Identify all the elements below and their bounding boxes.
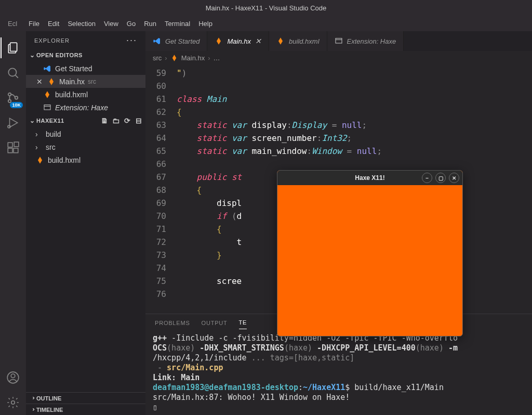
panel-tab-output[interactable]: OUTPUT bbox=[202, 317, 228, 329]
breadcrumb-item[interactable]: … bbox=[214, 54, 220, 62]
menu-edit[interactable]: Edit bbox=[44, 18, 63, 30]
menu-terminal[interactable]: Terminal bbox=[161, 18, 194, 30]
new-folder-icon[interactable]: 🗀 bbox=[111, 116, 121, 125]
tab-label: Extension: Haxe bbox=[347, 37, 396, 45]
tab-extension-haxe[interactable]: Extension: Haxe bbox=[327, 31, 404, 51]
terminal-content[interactable]: g++ -Iinclude -c -fvisibility=hidden -O2… bbox=[145, 331, 532, 415]
svg-point-5 bbox=[15, 96, 18, 99]
vscode-icon bbox=[43, 64, 52, 73]
run-debug-icon[interactable] bbox=[1, 110, 25, 135]
open-editor-extension-haxe[interactable]: Extension: Haxe bbox=[26, 101, 145, 114]
tree-label: build bbox=[46, 130, 61, 138]
svg-rect-17 bbox=[336, 38, 342, 43]
open-editor-get-started[interactable]: Get Started bbox=[26, 62, 145, 75]
new-file-icon[interactable]: 🗎 bbox=[100, 116, 109, 125]
svg-rect-0 bbox=[10, 43, 17, 51]
extensions-icon[interactable] bbox=[1, 135, 25, 160]
explorer-title: EXPLORER bbox=[34, 37, 70, 44]
activity-bar: 10K bbox=[0, 31, 26, 415]
open-editor-build-hxml[interactable]: build.hxml bbox=[26, 88, 145, 101]
popup-title-label: Haxe X11! bbox=[355, 174, 384, 181]
project-header[interactable]: ⌄ HAXEX11 🗎 🗀 ⟳ ⊟ bbox=[26, 115, 145, 126]
svg-rect-8 bbox=[8, 142, 12, 147]
outline-section[interactable]: ⌄ OUTLINE bbox=[26, 392, 145, 404]
svg-rect-11 bbox=[14, 142, 19, 147]
line-numbers: 596061626364656667686970717273747576 bbox=[145, 64, 177, 314]
menu-file[interactable]: File bbox=[25, 18, 43, 30]
file-build-hxml[interactable]: build.hxml bbox=[26, 153, 145, 166]
tree-path: src bbox=[88, 78, 96, 85]
menu-run[interactable]: Run bbox=[140, 18, 160, 30]
breadcrumbs[interactable]: src › Main.hx › … bbox=[145, 51, 532, 64]
chevron-right-icon: › bbox=[35, 143, 43, 151]
more-actions-icon[interactable]: ··· bbox=[126, 35, 137, 46]
accounts-icon[interactable] bbox=[1, 365, 25, 390]
svg-rect-15 bbox=[44, 105, 50, 109]
svg-line-2 bbox=[15, 75, 18, 77]
outline-label: OUTLINE bbox=[36, 395, 61, 401]
hxml-file-icon bbox=[43, 90, 52, 99]
close-tab-icon[interactable]: ✕ bbox=[255, 37, 261, 45]
breadcrumb-item[interactable]: src bbox=[153, 54, 162, 62]
menu-help[interactable]: Help bbox=[195, 18, 216, 30]
menu-selection[interactable]: Selection bbox=[64, 18, 99, 30]
timeline-label: TIMELINE bbox=[36, 407, 63, 413]
tab-get-started[interactable]: Get Started bbox=[145, 31, 207, 51]
panel-tab-problems[interactable]: PROBLEMS bbox=[155, 317, 190, 329]
scm-badge: 10K bbox=[10, 102, 23, 108]
haxe-file-icon bbox=[47, 77, 56, 86]
chevron-right-icon: › bbox=[35, 130, 43, 138]
editor-tabs: Get Started Main.hx ✕ build.hxml Extensi… bbox=[145, 31, 532, 51]
preview-icon bbox=[335, 37, 343, 45]
menu-go[interactable]: Go bbox=[123, 18, 139, 30]
refresh-icon[interactable]: ⟳ bbox=[123, 116, 132, 125]
window-titlebar: Main.hx - HaxeX11 - Visual Studio Code bbox=[0, 0, 532, 16]
svg-point-14 bbox=[11, 401, 15, 405]
preview-icon bbox=[43, 103, 52, 112]
tree-label: Main.hx bbox=[59, 77, 85, 86]
hxml-file-icon bbox=[276, 37, 285, 45]
source-control-icon[interactable]: 10K bbox=[1, 85, 25, 110]
explorer-sidebar: EXPLORER ··· ⌄ OPEN EDITORS Get Started … bbox=[26, 31, 145, 415]
tab-label: build.hxml bbox=[289, 37, 320, 45]
collapse-all-icon[interactable]: ⊟ bbox=[134, 116, 143, 125]
close-icon[interactable]: ✕ bbox=[449, 173, 459, 183]
minimize-icon[interactable]: – bbox=[422, 173, 432, 183]
tree-label: Get Started bbox=[55, 64, 92, 73]
hxml-file-icon bbox=[35, 155, 45, 165]
open-editors-header[interactable]: ⌄ OPEN EDITORS bbox=[26, 49, 145, 61]
tree-label: build.hxml bbox=[48, 156, 81, 164]
eclipse-label: Ecl bbox=[4, 18, 21, 30]
tab-main-hx[interactable]: Main.hx ✕ bbox=[207, 31, 269, 51]
folder-build[interactable]: › build bbox=[26, 127, 145, 140]
open-editor-main-hx[interactable]: ✕ Main.hx src bbox=[26, 75, 145, 88]
svg-point-13 bbox=[11, 374, 15, 378]
open-editors-label: OPEN EDITORS bbox=[36, 52, 83, 58]
tree-label: Extension: Haxe bbox=[55, 103, 108, 112]
tab-label: Get Started bbox=[165, 37, 200, 45]
maximize-icon[interactable]: ▢ bbox=[435, 173, 446, 183]
explorer-icon[interactable] bbox=[1, 35, 25, 60]
svg-point-7 bbox=[8, 125, 10, 128]
search-icon[interactable] bbox=[1, 60, 25, 85]
close-icon[interactable]: ✕ bbox=[35, 77, 44, 86]
chevron-right-icon: › bbox=[165, 54, 167, 62]
timeline-section[interactable]: ⌄ TIMELINE bbox=[26, 404, 145, 415]
haxe-file-icon bbox=[215, 37, 223, 45]
menu-view[interactable]: View bbox=[100, 18, 122, 30]
popup-titlebar[interactable]: Haxe X11! – ▢ ✕ bbox=[277, 171, 462, 185]
settings-gear-icon[interactable] bbox=[1, 390, 25, 415]
chevron-right-icon: › bbox=[208, 54, 210, 62]
folder-src[interactable]: › src bbox=[26, 140, 145, 153]
svg-rect-10 bbox=[14, 148, 18, 153]
svg-point-3 bbox=[8, 93, 11, 96]
breadcrumb-item[interactable]: Main.hx bbox=[181, 54, 205, 62]
haxe-file-icon bbox=[170, 54, 178, 62]
x11-popup-window[interactable]: Haxe X11! – ▢ ✕ bbox=[277, 170, 463, 336]
panel-tab-terminal[interactable]: TE bbox=[239, 316, 247, 329]
project-label: HAXEX11 bbox=[36, 118, 64, 124]
tab-build-hxml[interactable]: build.hxml bbox=[269, 31, 327, 51]
vscode-icon bbox=[153, 37, 161, 45]
tab-label: Main.hx bbox=[227, 37, 251, 45]
svg-marker-6 bbox=[10, 118, 18, 127]
